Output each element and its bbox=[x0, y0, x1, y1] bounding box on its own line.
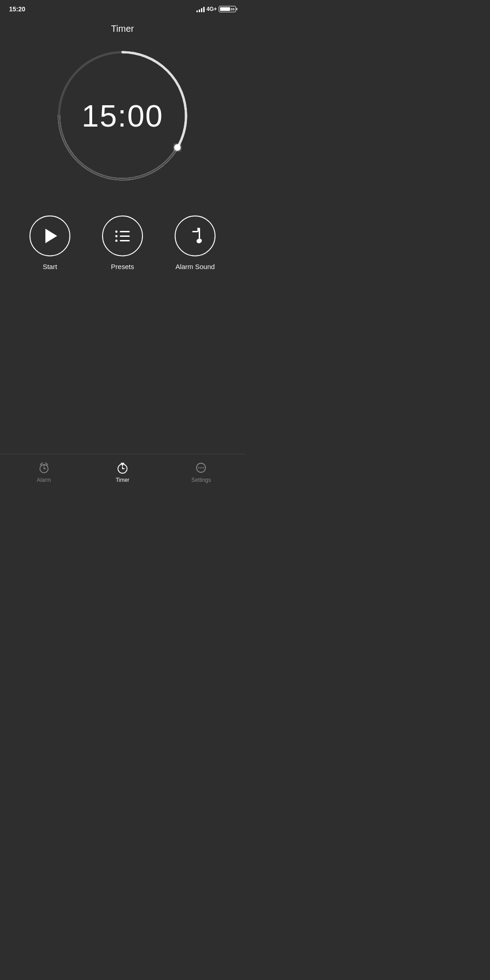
start-label: Start bbox=[43, 263, 57, 270]
nav-timer[interactable]: Timer bbox=[83, 461, 162, 483]
svg-point-5 bbox=[174, 144, 181, 151]
timer-display: 15:00 bbox=[82, 98, 163, 133]
nav-settings-label: Settings bbox=[191, 477, 211, 483]
network-label: 4G+ bbox=[206, 6, 217, 12]
status-right: 4G+ 99 bbox=[196, 6, 236, 12]
bottom-nav: Alarm Timer Settings bbox=[0, 454, 245, 490]
nav-alarm-label: Alarm bbox=[37, 477, 51, 483]
nav-alarm[interactable]: Alarm bbox=[5, 461, 83, 483]
presets-button[interactable]: Presets bbox=[102, 216, 143, 270]
signal-icon bbox=[196, 6, 205, 12]
timer-circle-container[interactable]: 15:00 bbox=[0, 43, 245, 188]
presets-label: Presets bbox=[111, 263, 134, 270]
settings-icon bbox=[195, 461, 207, 474]
battery-level: 99 bbox=[230, 7, 235, 11]
status-time: 15:20 bbox=[9, 5, 25, 13]
alarm-nav-icon bbox=[38, 461, 50, 474]
timer-icon bbox=[116, 461, 129, 474]
play-icon bbox=[45, 229, 57, 243]
list-icon bbox=[115, 230, 130, 242]
svg-line-11 bbox=[46, 464, 48, 466]
svg-point-20 bbox=[198, 467, 200, 468]
battery-icon: 99 bbox=[219, 6, 236, 12]
nav-timer-label: Timer bbox=[116, 477, 129, 483]
status-bar: 15:20 4G+ 99 bbox=[0, 0, 245, 16]
settings-nav-icon bbox=[195, 461, 207, 474]
alarm-sound-circle bbox=[175, 216, 216, 256]
svg-point-22 bbox=[203, 467, 204, 468]
start-circle bbox=[29, 216, 70, 256]
start-button[interactable]: Start bbox=[29, 216, 70, 270]
page-title: Timer bbox=[0, 24, 245, 34]
nav-settings[interactable]: Settings bbox=[162, 461, 240, 483]
timer-nav-icon bbox=[116, 461, 129, 474]
alarm-sound-label: Alarm Sound bbox=[176, 263, 215, 270]
presets-circle bbox=[102, 216, 143, 256]
svg-line-10 bbox=[40, 464, 42, 466]
svg-line-13 bbox=[45, 463, 47, 464]
alarm-icon bbox=[38, 461, 50, 474]
actions-row: Start Presets bbox=[0, 216, 245, 270]
music-note-icon bbox=[187, 228, 203, 244]
svg-line-12 bbox=[41, 463, 43, 464]
svg-point-21 bbox=[201, 467, 202, 468]
alarm-sound-button[interactable]: Alarm Sound bbox=[175, 216, 216, 270]
